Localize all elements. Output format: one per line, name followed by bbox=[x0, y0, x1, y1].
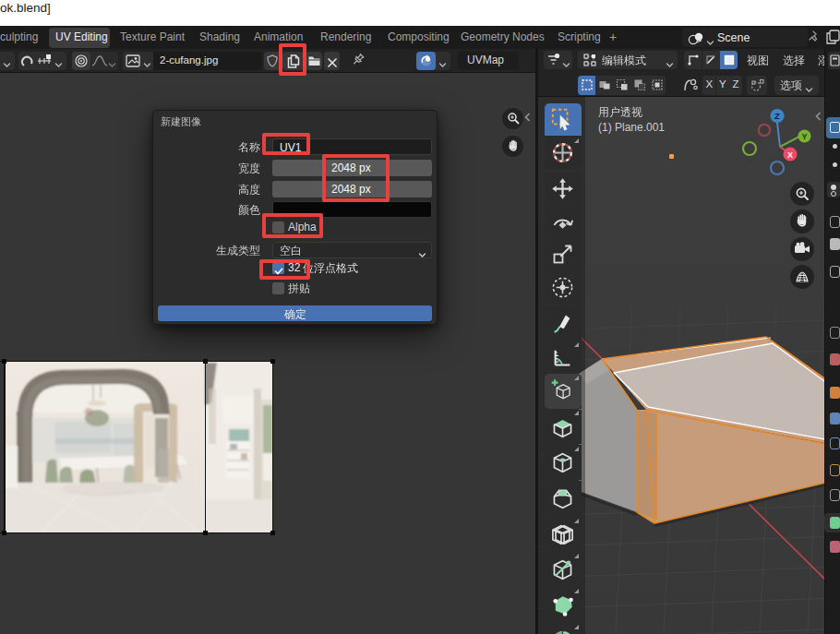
svg-text:Y: Y bbox=[801, 132, 807, 141]
svg-text:X: X bbox=[787, 150, 793, 160]
svg-text:Z: Z bbox=[774, 111, 780, 121]
